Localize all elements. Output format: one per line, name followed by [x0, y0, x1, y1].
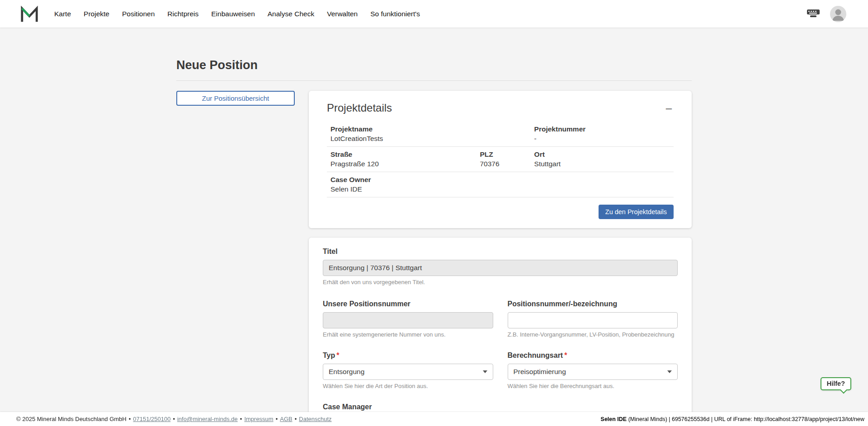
logo-icon	[20, 5, 39, 23]
positionsnummer-input	[323, 312, 493, 328]
bezeichnung-help-text: Z.B. Interne-Vorgangsnummer, LV-Position…	[508, 331, 678, 338]
nav-item-einbauweisen[interactable]: Einbauweisen	[211, 10, 255, 18]
ort-value: Stuttgart	[534, 160, 670, 168]
project-details-table: Projektname LotCreationTests Projektnumm…	[327, 122, 674, 197]
positionsnummer-help-text: Erhält eine systemgenerierte Nummer von …	[323, 331, 493, 338]
new-position-form-card: Titel Erhält den von uns vorgegebenen Ti…	[309, 238, 692, 426]
footer-session-details: (Mineral Minds) | 69576255536d | URL of …	[627, 416, 864, 422]
projektnummer-value: -	[534, 135, 670, 143]
collapse-card-button[interactable]: –	[664, 103, 674, 113]
left-column: Zur Positionsübersicht	[176, 91, 295, 106]
phone-link[interactable]: 07151/250100	[133, 416, 170, 422]
nav-item-richtpreis[interactable]: Richtpreis	[167, 10, 198, 18]
impressum-link[interactable]: Impressum	[244, 416, 273, 422]
right-column: Projektdetails – Projektname LotCreation…	[309, 91, 692, 426]
berechnungsart-help-text: Wählen Sie hier die Berechnungsart aus.	[508, 383, 678, 389]
table-row: Straße Pragstraße 120 PLZ 70376 Ort Stut…	[327, 147, 674, 172]
strasse-label: Straße	[330, 150, 480, 159]
typ-label: Typ*	[323, 351, 493, 360]
nav-item-verwalten[interactable]: Verwalten	[327, 10, 358, 18]
footer: © 2025 Mineral Minds Deutschland GmbH • …	[0, 412, 868, 426]
berechnungsart-select-value: Preisoptimierung	[514, 368, 566, 376]
typ-help-text: Wählen Sie hier die Art der Position aus…	[323, 383, 493, 389]
title-divider	[176, 80, 692, 81]
project-card-title: Projektdetails	[327, 102, 392, 114]
case-owner-value: Selen IDE	[330, 185, 670, 193]
page-content: Neue Position Zur Positionsübersicht Pro…	[176, 28, 692, 426]
titel-label: Titel	[323, 248, 678, 256]
go-to-project-details-button[interactable]: Zu den Projektdetails	[599, 205, 674, 219]
plz-label: PLZ	[480, 150, 534, 159]
datenschutz-link[interactable]: Datenschutz	[299, 416, 331, 422]
required-asterisk: *	[564, 351, 567, 359]
copyright-text: © 2025 Mineral Minds Deutschland GmbH	[16, 416, 127, 422]
plz-value: 70376	[480, 160, 534, 168]
footer-session-info: Selen IDE (Mineral Minds) | 69576255536d…	[601, 416, 864, 422]
footer-user-name: Selen IDE	[601, 416, 627, 422]
user-avatar[interactable]	[830, 6, 846, 22]
case-manager-label: Case Manager	[323, 403, 493, 411]
page-title: Neue Position	[176, 58, 692, 72]
nav-right-actions	[807, 6, 846, 22]
typ-select[interactable]: Entsorgung	[323, 364, 493, 380]
chevron-down-icon	[483, 370, 487, 373]
table-row: Projektname LotCreationTests Projektnumm…	[327, 122, 674, 147]
titel-input	[323, 260, 678, 276]
projektname-value: LotCreationTests	[330, 135, 534, 143]
required-asterisk: *	[336, 351, 339, 359]
agb-link[interactable]: AGB	[280, 416, 292, 422]
footer-separator: •	[295, 416, 297, 422]
case-owner-label: Case Owner	[330, 176, 670, 184]
berechnungsart-label: Berechnungsart*	[508, 351, 678, 360]
titel-help-text: Erhält den von uns vorgegebenen Titel.	[323, 279, 678, 286]
nav-item-analyse-check[interactable]: Analyse Check	[268, 10, 314, 18]
positionsnummer-label: Unsere Positionsnummer	[323, 300, 493, 308]
position-overview-button[interactable]: Zur Positionsübersicht	[176, 91, 295, 106]
typ-select-value: Entsorgung	[329, 368, 364, 376]
bezeichnung-label: Positionsnummer/-bezeichnung	[508, 300, 678, 308]
bezeichnung-field-group: Positionsnummer/-bezeichnung Z.B. Intern…	[508, 300, 678, 338]
nav-item-positionen[interactable]: Positionen	[122, 10, 155, 18]
footer-separator: •	[129, 416, 131, 422]
typ-field-group: Typ* Entsorgung Wählen Sie hier die Art …	[323, 351, 493, 389]
ort-label: Ort	[534, 150, 670, 159]
person-icon	[830, 6, 846, 22]
bezeichnung-input[interactable]	[508, 312, 678, 328]
help-button[interactable]: Hilfe?	[821, 377, 851, 390]
project-details-card: Projektdetails – Projektname LotCreation…	[309, 91, 692, 228]
chevron-down-icon	[667, 370, 672, 373]
footer-separator: •	[173, 416, 175, 422]
table-row: Case Owner Selen IDE	[327, 172, 674, 197]
mineral-minds-logo[interactable]	[20, 5, 39, 23]
footer-separator: •	[276, 416, 278, 422]
projektnummer-label: Projektnummer	[534, 125, 670, 133]
email-link[interactable]: info@mineral-minds.de	[177, 416, 238, 422]
nav-item-karte[interactable]: Karte	[54, 10, 71, 18]
positionsnummer-field-group: Unsere Positionsnummer Erhält eine syste…	[323, 300, 493, 338]
footer-left: © 2025 Mineral Minds Deutschland GmbH • …	[16, 416, 332, 422]
strasse-value: Pragstraße 120	[330, 160, 480, 168]
titel-field-group: Titel Erhält den von uns vorgegebenen Ti…	[323, 248, 678, 286]
berechnungsart-field-group: Berechnungsart* Preisoptimierung Wählen …	[508, 351, 678, 389]
nav-item-projekte[interactable]: Projekte	[84, 10, 109, 18]
projektname-label: Projektname	[330, 125, 534, 133]
footer-separator: •	[240, 416, 242, 422]
nav-item-so-funktionierts[interactable]: So funktioniert's	[370, 10, 420, 18]
main-menu: Karte Projekte Positionen Richtpreis Ein…	[54, 10, 420, 18]
berechnungsart-select[interactable]: Preisoptimierung	[508, 364, 678, 380]
keyboard-icon[interactable]	[807, 9, 820, 19]
top-navigation: Karte Projekte Positionen Richtpreis Ein…	[0, 0, 868, 28]
